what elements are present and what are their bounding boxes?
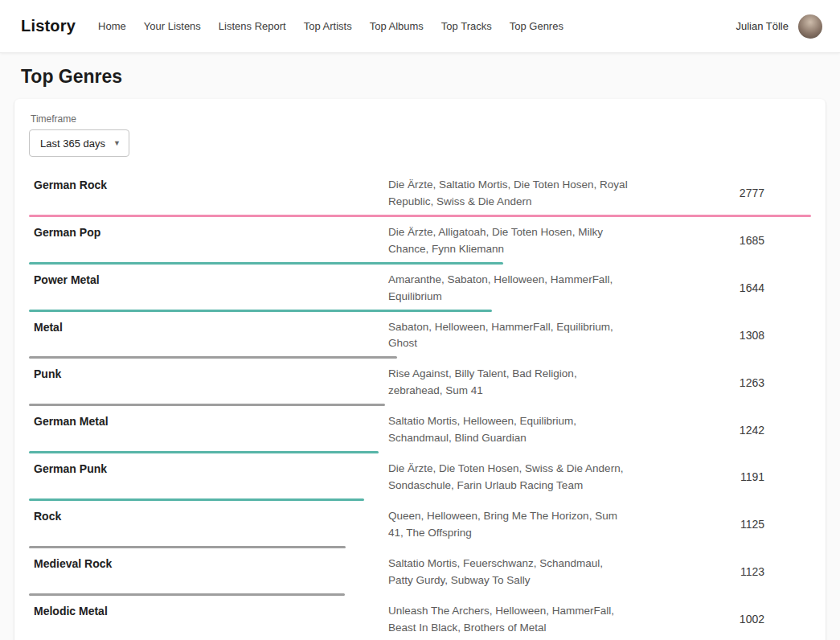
nav-item-top-albums[interactable]: Top Albums — [370, 0, 424, 53]
nav-item-top-artists[interactable]: Top Artists — [304, 0, 352, 53]
genre-count: 1125 — [629, 518, 811, 531]
user-name: Julian Tölle — [736, 20, 789, 32]
genre-artists: Unleash The Archers, Helloween, HammerFa… — [388, 602, 629, 637]
nav-item-top-tracks[interactable]: Top Tracks — [441, 0, 492, 53]
genre-count: 1242 — [629, 424, 811, 437]
genre-count: 1123 — [629, 565, 811, 578]
genre-artists: Amaranthe, Sabaton, Helloween, HammerFal… — [388, 271, 629, 306]
genre-artists: Sabaton, Helloween, HammerFall, Equilibr… — [388, 318, 629, 353]
genre-count: 1644 — [629, 281, 811, 294]
genre-row: Medieval Rock Saltatio Mortis, Feuerschw… — [29, 548, 811, 596]
genre-name: Rock — [29, 507, 388, 523]
nav-item-home[interactable]: Home — [98, 0, 126, 53]
genre-row: German Metal Saltatio Mortis, Helloween,… — [29, 406, 811, 453]
genre-row: German Rock Die Ärzte, Saltatio Mortis, … — [29, 170, 811, 217]
genre-name: German Pop — [29, 224, 388, 239]
genre-count: 2777 — [629, 187, 811, 199]
main-nav: Home Your Listens Listens Report Top Art… — [98, 0, 563, 53]
genre-row: Melodic Metal Unleash The Archers, Hello… — [29, 596, 811, 640]
genre-artists: Rise Against, Billy Talent, Bad Religion… — [388, 365, 629, 400]
avatar[interactable] — [798, 14, 822, 39]
genre-row: Punk Rise Against, Billy Talent, Bad Rel… — [29, 359, 811, 406]
genre-count: 1685 — [629, 234, 811, 247]
chevron-down-icon: ▼ — [113, 140, 121, 147]
genre-count: 1191 — [629, 470, 811, 483]
genre-artists: Saltatio Mortis, Feuerschwanz, Schandmau… — [388, 555, 629, 589]
genre-name: Medieval Rock — [29, 555, 388, 570]
genre-artists: Die Ärzte, Saltatio Mortis, Die Toten Ho… — [388, 176, 629, 211]
genre-artists: Saltatio Mortis, Helloween, Equilibrium,… — [388, 412, 629, 447]
genre-row: German Punk Die Ärzte, Die Toten Hosen, … — [29, 453, 811, 501]
genre-name: Punk — [29, 365, 388, 380]
page-title: Top Genres — [0, 66, 840, 88]
genre-count: 1263 — [629, 376, 811, 389]
genre-name: Melodic Metal — [29, 602, 388, 617]
genre-list: German Rock Die Ärzte, Saltatio Mortis, … — [29, 170, 811, 640]
app-logo[interactable]: Listory — [21, 17, 76, 35]
top-nav: Listory Home Your Listens Listens Report… — [0, 0, 840, 53]
genre-artists: Die Ärzte, Alligatoah, Die Toten Hosen, … — [388, 224, 629, 258]
nav-item-your-listens[interactable]: Your Listens — [144, 0, 201, 53]
genre-row: Power Metal Amaranthe, Sabaton, Hellowee… — [29, 265, 811, 312]
genre-name: Metal — [29, 318, 388, 334]
genre-name: Power Metal — [29, 271, 388, 286]
genre-row: German Pop Die Ärzte, Alligatoah, Die To… — [29, 217, 811, 265]
genre-count: 1002 — [629, 613, 811, 626]
genre-row: Metal Sabaton, Helloween, HammerFall, Eq… — [29, 312, 811, 359]
timeframe-value: Last 365 days — [40, 137, 105, 150]
timeframe-select[interactable]: Last 365 days ▼ — [29, 129, 129, 157]
nav-item-listens-report[interactable]: Listens Report — [219, 0, 286, 53]
genre-row: Rock Queen, Helloween, Bring Me The Hori… — [29, 501, 811, 548]
genre-name: German Rock — [29, 176, 388, 191]
nav-item-top-genres[interactable]: Top Genres — [510, 0, 563, 53]
genres-card: Timeframe Last 365 days ▼ German Rock Di… — [14, 99, 826, 640]
timeframe-label: Timeframe — [31, 113, 811, 125]
genre-count: 1308 — [629, 329, 811, 342]
genre-artists: Queen, Helloween, Bring Me The Horizon, … — [388, 507, 629, 542]
genre-artists: Die Ärzte, Die Toten Hosen, Swiss & Die … — [388, 460, 629, 494]
genre-name: German Punk — [29, 460, 388, 475]
genre-name: German Metal — [29, 412, 388, 428]
